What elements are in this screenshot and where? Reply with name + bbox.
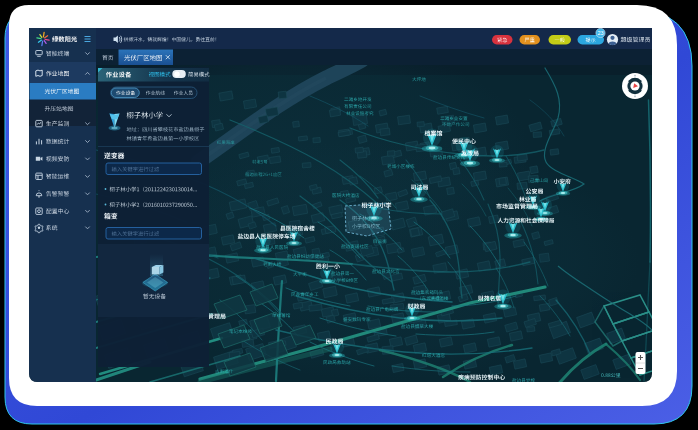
svg-text:23: 23 xyxy=(597,30,603,36)
